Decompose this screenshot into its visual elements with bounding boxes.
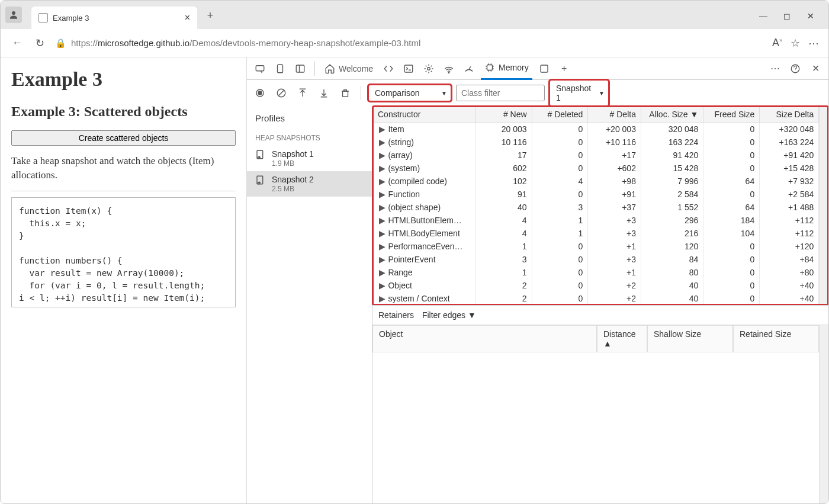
inspect-icon[interactable] [252,60,268,77]
expand-icon[interactable]: ▶ [379,229,386,238]
read-aloud-icon[interactable]: A» [772,37,782,50]
col-freed[interactable]: Freed Size [703,107,760,123]
page-content: Example 3 Example 3: Scattered objects C… [1,57,247,503]
snapshot-item[interactable]: Snapshot 22.5 MB [247,171,372,197]
col-retained[interactable]: Retained Size [733,325,819,352]
expand-icon[interactable]: ▶ [379,190,386,199]
col-alloc[interactable]: Alloc. Size ▼ [641,107,703,123]
table-row[interactable]: ▶ (array)170+1791 4200+91 420 [373,149,819,162]
elements-icon[interactable] [380,60,397,77]
snapshot-size: 1.9 MB [272,159,314,168]
more-icon[interactable]: ⋯ [808,37,819,50]
maximize-button[interactable]: ◻ [781,11,793,21]
col-size-delta[interactable]: Size Delta [760,107,819,123]
sources-icon[interactable] [420,60,437,77]
expand-icon[interactable]: ▶ [379,203,386,212]
scrollbar[interactable] [819,352,828,503]
address-bar: ← ↻ 🔒 https://microsoftedge.github.io/De… [1,29,828,57]
svg-line-14 [279,91,284,96]
close-window-button[interactable]: ✕ [805,11,817,21]
col-distance[interactable]: Distance ▲ [597,325,647,352]
expand-icon[interactable]: ▶ [379,150,386,160]
chevron-down-icon: ▼ [441,90,447,97]
snapshot-item[interactable]: Snapshot 11.9 MB [247,146,372,171]
close-tab-icon[interactable]: × [185,12,190,23]
favorites-icon[interactable]: ☆ [791,37,800,50]
titlebar: Example 3 × + — ◻ ✕ [1,1,828,29]
expand-icon[interactable]: ▶ [379,137,386,147]
table-row[interactable]: ▶ (string)10 1160+10 116163 2240+163 224 [373,136,819,149]
tab-title: Example 3 [53,14,89,23]
expand-icon[interactable]: ▶ [379,268,386,277]
expand-icon[interactable]: ▶ [379,255,386,264]
expand-icon[interactable]: ▶ [379,216,386,225]
table-row[interactable]: ▶ Range10+1800+80 [373,266,819,279]
col-new[interactable]: # New [475,107,532,123]
devtools-panel: Welcome Memory + ⋯ ✕ [247,57,828,503]
table-row[interactable]: ▶ Object20+2400+40 [373,279,819,292]
scrollbar[interactable] [819,325,828,352]
col-object[interactable]: Object [372,325,597,352]
device-icon[interactable] [272,60,288,77]
view-dropdown[interactable]: Comparison ▼ [368,85,451,101]
devtools-more-icon[interactable]: ⋯ [767,60,783,77]
expand-icon[interactable]: ▶ [379,176,386,186]
col-deleted[interactable]: # Deleted [532,107,588,123]
table-row[interactable]: ▶ system / Context20+2400+40 [373,292,819,305]
snapshot-size: 2.5 MB [272,185,314,193]
minimize-button[interactable]: — [757,11,769,21]
col-constructor[interactable]: Constructor [373,107,476,123]
clear-icon[interactable] [273,85,290,101]
profile-icon[interactable] [5,7,22,23]
record-icon[interactable] [252,85,268,101]
table-row[interactable]: ▶ Function910+912 5840+2 584 [373,188,819,201]
refresh-button[interactable]: ↻ [33,37,47,50]
console-icon[interactable] [400,60,417,77]
back-button[interactable]: ← [10,37,24,49]
filter-edges-dropdown[interactable]: Filter edges ▼ [422,310,476,320]
snapshot-icon [255,175,267,193]
create-scattered-objects-button[interactable]: Create scattered objects [11,130,236,146]
class-filter-input[interactable] [456,85,545,101]
expand-icon[interactable]: ▶ [379,242,386,251]
profiles-section: HEAP SNAPSHOTS [247,130,372,146]
tab-memory[interactable]: Memory [481,57,532,80]
table-row[interactable]: ▶ (object shape)403+371 55264+1 488 [373,201,819,214]
url-box[interactable]: 🔒 https://microsoftedge.github.io/Demos/… [55,38,764,49]
export-icon[interactable] [316,85,332,101]
table-row[interactable]: ▶ HTMLButtonElem…41+3296184+112 [373,214,819,227]
table-row[interactable]: ▶ PerformanceEven…10+11200+120 [373,240,819,253]
url-host: microsoftedge.github.io [98,38,189,48]
import-icon[interactable] [294,85,311,101]
table-row[interactable]: ▶ Item20 0030+20 003320 0480+320 048 [373,123,819,136]
profiles-panel: Profiles HEAP SNAPSHOTS Snapshot 11.9 MB… [247,106,372,503]
table-row[interactable]: ▶ HTMLBodyElement41+3216104+112 [373,227,819,240]
expand-icon[interactable]: ▶ [379,124,386,134]
performance-icon[interactable] [461,60,477,77]
code-box[interactable]: function Item(x) { this.x = x; } functio… [11,197,236,307]
application-icon[interactable] [536,60,552,77]
more-tabs-icon[interactable]: + [556,60,573,77]
network-icon[interactable] [441,60,457,77]
table-row[interactable]: ▶ (system)6020+60215 4280+15 428 [373,162,819,175]
tab-welcome[interactable]: Welcome [321,57,377,80]
help-icon[interactable] [787,60,804,77]
expand-icon[interactable]: ▶ [379,163,386,173]
expand-icon[interactable]: ▶ [379,294,386,303]
url-scheme: https:// [71,38,98,48]
gc-icon[interactable] [337,85,354,101]
table-row[interactable]: ▶ PointerEvent30+3840+84 [373,253,819,266]
tab-strip: Example 3 × + [27,7,219,29]
browser-tab[interactable]: Example 3 × [31,7,197,29]
divider [11,191,236,191]
new-tab-button[interactable]: + [202,9,219,22]
base-snapshot-dropdown[interactable]: Snapshot 1 ▼ [550,80,609,106]
expand-icon[interactable]: ▶ [379,281,386,290]
svg-rect-1 [256,65,264,70]
close-devtools-icon[interactable]: ✕ [807,60,824,77]
col-shallow[interactable]: Shallow Size [647,325,733,352]
dock-icon[interactable] [292,60,309,77]
table-row[interactable]: ▶ (compiled code)1024+987 99664+7 932 [373,175,819,188]
scrollbar[interactable] [819,106,828,305]
col-delta[interactable]: # Delta [588,107,641,123]
